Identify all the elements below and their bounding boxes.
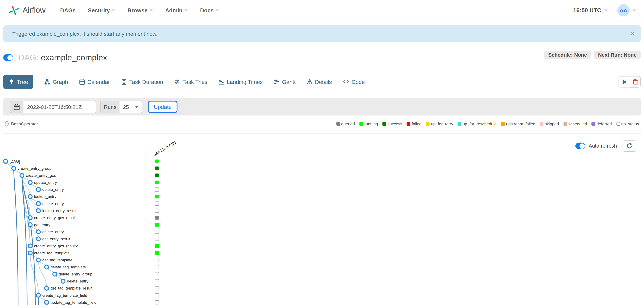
task-status-square[interactable] [155,195,159,198]
tab-graph[interactable]: Graph [44,75,68,89]
dag-pause-toggle[interactable] [3,54,13,61]
task-label[interactable]: delete_entry_group [59,272,92,276]
tab-landing-times[interactable]: Landing Times [218,75,263,89]
trigger-dag-button[interactable] [618,76,630,87]
task-node[interactable] [4,159,8,163]
auto-refresh-toggle[interactable] [576,143,585,149]
task-node[interactable] [36,258,40,262]
tab-code[interactable]: Code [343,75,365,89]
task-status-square[interactable] [155,188,159,191]
task-node[interactable] [36,230,40,234]
airflow-brand[interactable]: Airflow [8,4,46,17]
task-status-square[interactable] [155,272,159,276]
task-status-square[interactable] [155,202,159,205]
task-label[interactable]: delete_entry [42,187,64,192]
tab-tree[interactable]: Tree [3,75,34,89]
base-date-group [10,101,96,113]
task-status-square[interactable] [155,166,159,170]
next-run-badge: Next Run: None [594,51,641,59]
status-label: deferred [596,121,612,126]
task-node[interactable] [36,237,40,241]
tab-details[interactable]: Details [307,75,332,89]
nav-item-security[interactable]: Security [88,7,115,13]
tab-task-duration[interactable]: Task Duration [121,75,163,89]
task-status-square[interactable] [155,209,159,212]
task-label[interactable]: get_entry_result [42,237,70,241]
task-status-square[interactable] [155,223,159,226]
refresh-button[interactable] [622,140,636,152]
task-label[interactable]: get_tag_template_result [50,286,92,290]
avatar[interactable]: AA [617,4,630,16]
nav-item-dags[interactable]: DAGs [60,7,76,13]
nav-item-docs[interactable]: Docs [200,7,219,13]
task-label[interactable]: update_tag_template_field [50,300,96,305]
task-label[interactable]: get_tag_template [42,258,72,262]
task-node[interactable] [12,166,16,170]
task-status-square[interactable] [155,237,159,241]
task-label[interactable]: lookup_entry_result [42,209,76,213]
task-label[interactable]: create_entry_group [18,166,51,171]
task-status-square[interactable] [155,216,159,219]
task-label[interactable]: create_tag_template [34,251,70,255]
clock-display[interactable]: 16:50 UTC [573,7,601,14]
task-label[interactable]: create_entry_gcs_result2 [34,244,78,248]
task-node[interactable] [45,300,48,304]
delete-dag-button[interactable] [630,76,641,87]
task-node[interactable] [28,216,32,220]
base-date-input[interactable] [23,101,96,113]
tab-task-tries[interactable]: Task Tries [174,75,208,89]
task-status-square[interactable] [155,279,159,283]
task-status-square[interactable] [155,286,159,290]
task-node[interactable] [45,265,48,269]
task-label[interactable]: lookup_entry [34,194,56,199]
close-icon[interactable]: × [630,31,634,37]
task-node[interactable] [45,286,48,290]
trash-icon [632,79,638,85]
task-status-square[interactable] [155,251,159,255]
task-label[interactable]: update_entry [34,180,57,185]
task-node[interactable] [36,209,40,212]
task-node[interactable] [36,202,40,205]
task-node[interactable] [28,251,32,255]
task-label[interactable]: [DAG] [10,159,20,164]
task-node[interactable] [61,279,65,283]
dag-run-status-circle[interactable] [155,159,159,163]
runs-select[interactable]: 25 [120,101,142,113]
divider [3,133,641,134]
task-node[interactable] [28,195,32,198]
task-label[interactable]: create_entry_gcs [26,173,56,178]
task-label[interactable]: create_entry_gcs_result [34,216,76,220]
task-status-square[interactable] [155,258,159,262]
task-label[interactable]: delete_entry [67,279,88,283]
tab-gantt[interactable]: Gantt [274,75,296,89]
task-node[interactable] [28,223,32,227]
task-node[interactable] [36,293,40,297]
task-label[interactable]: get_entry [34,223,50,227]
task-node[interactable] [28,180,32,184]
task-status-square[interactable] [155,244,159,248]
nav-item-admin[interactable]: Admin [165,7,188,13]
task-status-square[interactable] [155,181,159,184]
task-status-square[interactable] [155,230,159,234]
refresh-icon [626,143,632,149]
task-label[interactable]: delete_entry [42,230,64,234]
task-status-square[interactable] [155,300,159,304]
task-node[interactable] [36,187,40,191]
nav-item-browse[interactable]: Browse [128,7,153,13]
legend-item-scheduled: scheduled [563,121,587,126]
auto-refresh-label: Auto-refresh [589,143,617,149]
task-node[interactable] [53,272,57,276]
update-button[interactable]: Update [148,101,177,113]
chevron-down-icon[interactable] [632,9,636,12]
task-status-square[interactable] [155,293,159,297]
task-node[interactable] [28,244,32,248]
task-status-square[interactable] [155,174,159,177]
airflow-logo-icon [8,4,20,17]
tab-calendar[interactable]: Calendar [79,75,110,89]
task-node[interactable] [20,173,24,177]
chevron-down-icon[interactable] [604,9,608,12]
task-label[interactable]: delete_tag_template [50,265,86,269]
task-label[interactable]: delete_entry [42,202,64,206]
task-label[interactable]: create_tag_template_field [42,293,87,298]
task-status-square[interactable] [155,265,159,269]
